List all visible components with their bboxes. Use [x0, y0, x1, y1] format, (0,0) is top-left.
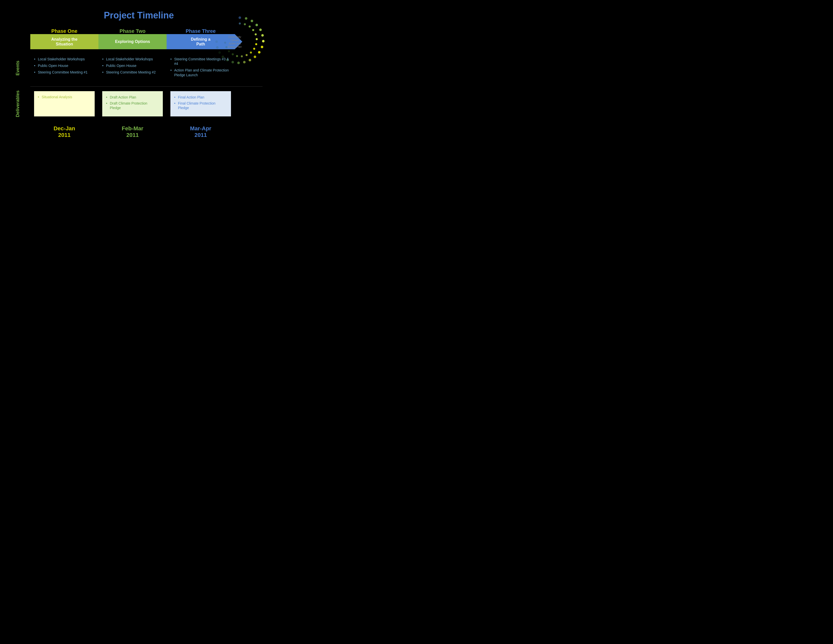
event-item: Steering Committee Meeting #2 [102, 70, 163, 74]
deliverable-item: Situational Analysis [38, 95, 91, 99]
svg-point-3 [256, 24, 258, 26]
svg-point-25 [255, 43, 257, 45]
svg-point-7 [261, 46, 263, 48]
svg-point-21 [249, 26, 251, 27]
svg-point-12 [237, 62, 240, 64]
events-label: Events [15, 61, 23, 76]
deliverable-item: Final Climate Protection Pledge [174, 101, 227, 110]
svg-point-18 [215, 40, 218, 43]
phase-three-events: Steering Committee Meetings #3 & #4 Acti… [167, 54, 235, 82]
phase-one-events: Local Stakeholder Workshops Public Open … [30, 54, 98, 82]
phase-one-date: Dec-Jan 2011 [30, 125, 98, 138]
svg-point-23 [255, 33, 257, 35]
svg-point-5 [261, 34, 264, 37]
event-item: Steering Committee Meetings #3 & #4 [170, 57, 231, 66]
svg-point-27 [250, 52, 252, 53]
section-divider [30, 86, 262, 87]
svg-point-29 [241, 55, 243, 57]
svg-point-28 [246, 54, 248, 56]
svg-point-0 [238, 16, 241, 19]
phase-two-deliverable-box: Draft Action Plan Draft Climate Protecti… [102, 91, 163, 116]
phase-one-label: Phase One [30, 28, 98, 34]
svg-point-24 [256, 38, 258, 40]
event-item: Action Plan and Climate Protection Pledg… [170, 68, 231, 77]
svg-point-19 [239, 23, 241, 24]
svg-text:Community: Community [228, 35, 241, 39]
phase-one-bar: Analyzing theSituation [30, 34, 98, 49]
svg-point-6 [262, 40, 265, 42]
phase-two-bar: Exploring Options [98, 34, 167, 49]
svg-point-34 [224, 42, 226, 44]
svg-point-10 [249, 59, 251, 61]
event-item: Public Open House [102, 63, 163, 68]
svg-text:Energy Plan: Energy Plan [228, 45, 242, 48]
svg-text:Action and: Action and [228, 42, 241, 45]
svg-point-17 [216, 46, 219, 49]
svg-point-20 [244, 23, 246, 25]
phase-three-deliverables: Final Action Plan Final Climate Protecti… [167, 89, 235, 119]
svg-point-26 [253, 48, 255, 50]
svg-point-31 [232, 53, 234, 55]
events-section: Events Local Stakeholder Workshops Publi… [15, 54, 262, 82]
deliverable-item: Final Action Plan [174, 95, 227, 100]
svg-point-22 [252, 29, 254, 31]
svg-point-13 [232, 61, 234, 63]
phase-one-deliverables: Situational Analysis [30, 89, 98, 119]
svg-point-11 [243, 61, 246, 63]
phase-two-deliverables: Draft Action Plan Draft Climate Protecti… [98, 89, 167, 119]
deliverable-item: Draft Action Plan [106, 95, 159, 100]
svg-point-4 [259, 29, 262, 31]
phase-three-deliverable-box: Final Action Plan Final Climate Protecti… [170, 91, 231, 116]
deliverables-label: Deliverables [15, 90, 23, 117]
event-item: Public Open House [34, 63, 95, 68]
phase-one-deliverable-box: Situational Analysis [34, 91, 95, 116]
event-item: Local Stakeholder Workshops [34, 57, 95, 61]
dates-row: Dec-Jan 2011 Feb-Mar 2011 Mar-Apr 2011 [15, 125, 262, 138]
svg-text:Climate: Climate [230, 39, 239, 42]
phase-two-events: Local Stakeholder Workshops Public Open … [98, 54, 167, 82]
svg-point-30 [236, 55, 238, 57]
svg-point-9 [254, 56, 256, 58]
event-item: Steering Committee Meeting #1 [34, 70, 95, 74]
svg-point-32 [228, 50, 230, 52]
deliverable-item: Draft Climate Protection Pledge [106, 101, 159, 110]
deliverables-section: Deliverables Situational Analysis Draft … [15, 89, 262, 119]
svg-point-1 [245, 17, 248, 20]
phase-two-label: Phase Two [98, 28, 167, 34]
svg-point-16 [218, 51, 221, 54]
svg-point-33 [225, 46, 227, 48]
event-item: Local Stakeholder Workshops [102, 57, 163, 61]
phase-three-date: Mar-Apr 2011 [167, 125, 235, 138]
phase-two-date: Feb-Mar 2011 [98, 125, 167, 138]
svg-point-8 [258, 51, 261, 53]
svg-point-2 [251, 20, 253, 22]
